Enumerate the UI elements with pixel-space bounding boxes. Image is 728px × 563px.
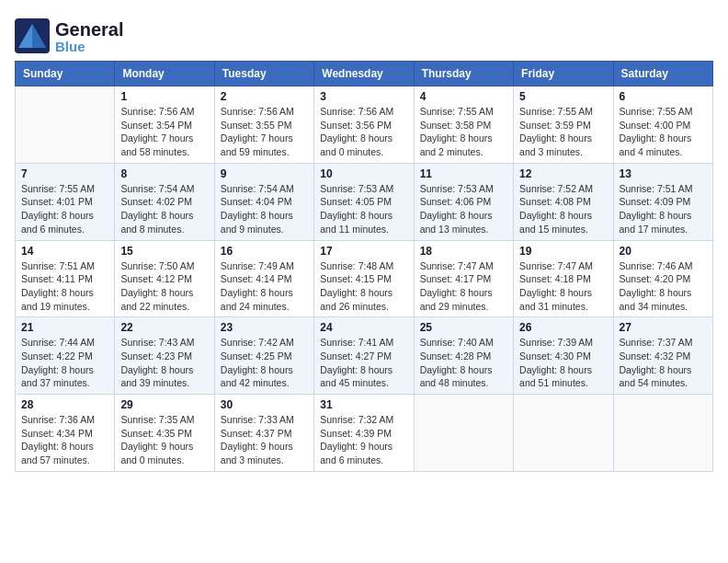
calendar-cell [414,395,513,472]
day-info: Sunrise: 7:56 AM Sunset: 3:54 PM Dayligh… [120,105,208,159]
weekday-header-monday: Monday [115,62,214,86]
weekday-header-friday: Friday [514,62,613,86]
calendar-cell: 30Sunrise: 7:33 AM Sunset: 4:37 PM Dayli… [214,395,313,472]
day-info: Sunrise: 7:55 AM Sunset: 3:58 PM Dayligh… [420,105,507,159]
calendar-cell: 9Sunrise: 7:54 AM Sunset: 4:04 PM Daylig… [214,163,313,240]
calendar-cell: 5Sunrise: 7:55 AM Sunset: 3:59 PM Daylig… [514,86,613,164]
weekday-header-saturday: Saturday [613,62,712,86]
day-number: 30 [221,398,308,411]
calendar-cell: 1Sunrise: 7:56 AM Sunset: 3:54 PM Daylig… [115,86,214,164]
day-info: Sunrise: 7:42 AM Sunset: 4:25 PM Dayligh… [221,336,308,390]
day-info: Sunrise: 7:46 AM Sunset: 4:20 PM Dayligh… [620,259,707,314]
week-row-1: 1Sunrise: 7:56 AM Sunset: 3:54 PM Daylig… [16,86,713,164]
calendar-cell: 23Sunrise: 7:42 AM Sunset: 4:25 PM Dayli… [214,317,313,395]
logo-blue: Blue [55,40,123,53]
day-info: Sunrise: 7:55 AM Sunset: 4:01 PM Dayligh… [21,182,108,236]
day-number: 3 [320,90,407,103]
day-info: Sunrise: 7:41 AM Sunset: 4:27 PM Dayligh… [320,336,407,390]
calendar-cell: 8Sunrise: 7:54 AM Sunset: 4:02 PM Daylig… [115,163,214,240]
day-info: Sunrise: 7:54 AM Sunset: 4:04 PM Dayligh… [221,182,308,236]
day-number: 23 [221,321,308,334]
day-info: Sunrise: 7:51 AM Sunset: 4:09 PM Dayligh… [620,182,707,236]
day-info: Sunrise: 7:48 AM Sunset: 4:15 PM Dayligh… [320,259,407,314]
calendar-table: SundayMondayTuesdayWednesdayThursdayFrid… [15,61,713,472]
weekday-header-tuesday: Tuesday [214,62,313,86]
calendar-cell [514,395,613,472]
day-number: 22 [120,321,208,334]
day-number: 31 [320,398,407,411]
day-number: 5 [519,90,607,103]
day-number: 27 [620,321,707,334]
calendar-cell: 21Sunrise: 7:44 AM Sunset: 4:22 PM Dayli… [16,317,115,395]
day-number: 29 [120,398,208,411]
calendar-cell: 17Sunrise: 7:48 AM Sunset: 4:15 PM Dayli… [314,240,414,317]
day-number: 21 [21,321,108,334]
calendar-cell: 19Sunrise: 7:47 AM Sunset: 4:18 PM Dayli… [514,240,613,317]
day-number: 15 [120,245,208,258]
day-info: Sunrise: 7:49 AM Sunset: 4:14 PM Dayligh… [221,259,308,314]
day-number: 7 [21,167,108,180]
day-number: 19 [519,245,607,258]
week-row-4: 21Sunrise: 7:44 AM Sunset: 4:22 PM Dayli… [16,317,713,395]
week-row-3: 14Sunrise: 7:51 AM Sunset: 4:11 PM Dayli… [16,240,713,317]
day-number: 1 [120,90,208,103]
page-header: General Blue [15,15,713,53]
day-info: Sunrise: 7:50 AM Sunset: 4:12 PM Dayligh… [120,259,208,314]
calendar-cell: 15Sunrise: 7:50 AM Sunset: 4:12 PM Dayli… [115,240,214,317]
day-number: 25 [420,321,507,334]
week-row-5: 28Sunrise: 7:36 AM Sunset: 4:34 PM Dayli… [16,395,713,472]
day-number: 26 [519,321,607,334]
day-number: 4 [420,90,507,103]
day-number: 24 [320,321,407,334]
day-number: 6 [620,90,707,103]
day-info: Sunrise: 7:43 AM Sunset: 4:23 PM Dayligh… [120,336,208,390]
calendar-cell: 24Sunrise: 7:41 AM Sunset: 4:27 PM Dayli… [314,317,414,395]
calendar-cell: 29Sunrise: 7:35 AM Sunset: 4:35 PM Dayli… [115,395,214,472]
day-number: 12 [519,167,607,180]
day-info: Sunrise: 7:55 AM Sunset: 3:59 PM Dayligh… [519,105,607,159]
day-info: Sunrise: 7:56 AM Sunset: 3:56 PM Dayligh… [320,105,407,159]
day-number: 2 [221,90,308,103]
logo: General Blue [15,18,123,53]
calendar-cell: 20Sunrise: 7:46 AM Sunset: 4:20 PM Dayli… [613,240,712,317]
calendar-cell: 26Sunrise: 7:39 AM Sunset: 4:30 PM Dayli… [514,317,613,395]
day-number: 8 [120,167,208,180]
calendar-cell: 7Sunrise: 7:55 AM Sunset: 4:01 PM Daylig… [16,163,115,240]
day-info: Sunrise: 7:53 AM Sunset: 4:05 PM Dayligh… [320,182,407,236]
day-info: Sunrise: 7:35 AM Sunset: 4:35 PM Dayligh… [120,413,208,467]
day-info: Sunrise: 7:55 AM Sunset: 4:00 PM Dayligh… [620,105,707,159]
calendar-cell: 13Sunrise: 7:51 AM Sunset: 4:09 PM Dayli… [613,163,712,240]
day-number: 9 [221,167,308,180]
day-number: 20 [620,245,707,258]
calendar-cell: 6Sunrise: 7:55 AM Sunset: 4:00 PM Daylig… [613,86,712,164]
day-number: 11 [420,167,507,180]
weekday-header-row: SundayMondayTuesdayWednesdayThursdayFrid… [16,62,713,86]
weekday-header-thursday: Thursday [414,62,513,86]
day-number: 18 [420,245,507,258]
day-info: Sunrise: 7:53 AM Sunset: 4:06 PM Dayligh… [420,182,507,236]
calendar-cell: 18Sunrise: 7:47 AM Sunset: 4:17 PM Dayli… [414,240,513,317]
calendar-cell [16,86,115,164]
calendar-cell: 28Sunrise: 7:36 AM Sunset: 4:34 PM Dayli… [16,395,115,472]
calendar-cell: 27Sunrise: 7:37 AM Sunset: 4:32 PM Dayli… [613,317,712,395]
day-info: Sunrise: 7:51 AM Sunset: 4:11 PM Dayligh… [21,259,108,314]
day-info: Sunrise: 7:54 AM Sunset: 4:02 PM Dayligh… [120,182,208,236]
day-number: 10 [320,167,407,180]
week-row-2: 7Sunrise: 7:55 AM Sunset: 4:01 PM Daylig… [16,163,713,240]
day-number: 28 [21,398,108,411]
day-number: 16 [221,245,308,258]
calendar-cell: 31Sunrise: 7:32 AM Sunset: 4:39 PM Dayli… [314,395,414,472]
calendar-cell: 25Sunrise: 7:40 AM Sunset: 4:28 PM Dayli… [414,317,513,395]
calendar-cell: 4Sunrise: 7:55 AM Sunset: 3:58 PM Daylig… [414,86,513,164]
day-info: Sunrise: 7:32 AM Sunset: 4:39 PM Dayligh… [320,413,407,467]
logo-general: General [55,19,123,40]
calendar-cell: 14Sunrise: 7:51 AM Sunset: 4:11 PM Dayli… [16,240,115,317]
day-info: Sunrise: 7:37 AM Sunset: 4:32 PM Dayligh… [620,336,707,390]
calendar-cell: 16Sunrise: 7:49 AM Sunset: 4:14 PM Dayli… [214,240,313,317]
day-number: 17 [320,245,407,258]
calendar-cell [613,395,712,472]
calendar-cell: 12Sunrise: 7:52 AM Sunset: 4:08 PM Dayli… [514,163,613,240]
day-info: Sunrise: 7:40 AM Sunset: 4:28 PM Dayligh… [420,336,507,390]
calendar-cell: 3Sunrise: 7:56 AM Sunset: 3:56 PM Daylig… [314,86,414,164]
calendar-cell: 2Sunrise: 7:56 AM Sunset: 3:55 PM Daylig… [214,86,313,164]
